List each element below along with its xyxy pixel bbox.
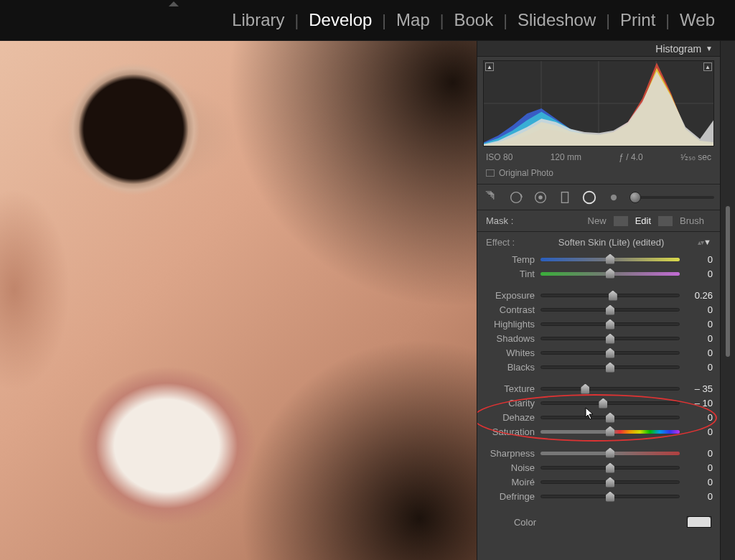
slider-track[interactable] (540, 337, 680, 340)
effect-row[interactable]: Effect : Soften Skin (Lite) (edited) ▴▾ … (477, 232, 720, 252)
module-web[interactable]: Web (670, 10, 725, 30)
slider-track[interactable] (540, 272, 680, 276)
slider-knob[interactable] (606, 334, 614, 344)
slider-value[interactable]: 0 (683, 333, 713, 344)
checkbox-icon[interactable] (486, 169, 495, 177)
histogram[interactable]: ▲ ▲ (483, 60, 714, 146)
mask-mode-brush[interactable]: Brush (673, 215, 711, 226)
slider-value[interactable]: 0 (683, 304, 713, 315)
slider-knob[interactable] (606, 348, 614, 358)
slider-dehaze[interactable]: Dehaze0 (484, 410, 713, 424)
mask-mode-new[interactable]: New (581, 215, 614, 226)
slider-knob[interactable] (581, 384, 589, 394)
slider-track[interactable] (540, 452, 680, 455)
module-print[interactable]: Print (610, 10, 665, 30)
slider-knob[interactable] (606, 305, 614, 315)
slider-whites[interactable]: Whites0 (484, 345, 713, 360)
slider-value[interactable]: 0 (683, 362, 713, 373)
slider-texture[interactable]: Texture– 35 (484, 381, 713, 396)
slider-value[interactable]: 0 (683, 426, 713, 437)
slider-track[interactable] (540, 387, 680, 391)
slider-track[interactable] (540, 308, 680, 312)
slider-track[interactable] (540, 294, 680, 297)
histogram-header[interactable]: Histogram ▼ (477, 41, 720, 57)
module-develop[interactable]: Develop (299, 10, 382, 30)
slider-blacks[interactable]: Blacks0 (484, 360, 713, 374)
slider-track[interactable] (540, 401, 680, 405)
grad-filter-icon[interactable] (556, 189, 574, 206)
slider-moire[interactable]: Moiré0 (484, 475, 713, 489)
slider-knob[interactable] (606, 413, 614, 423)
slider-defringe[interactable]: Defringe0 (484, 489, 713, 503)
slider-value[interactable]: 0 (683, 347, 713, 358)
slider-label: Sharpness (484, 448, 538, 459)
effect-value[interactable]: Soften Skin (Lite) (edited) (529, 237, 693, 248)
slider-knob[interactable] (606, 463, 614, 473)
slider-tint[interactable]: Tint0 (484, 266, 713, 281)
crop-tool-icon[interactable] (483, 189, 500, 206)
slider-knob[interactable] (606, 254, 614, 264)
slider-highlights[interactable]: Highlights0 (484, 317, 713, 331)
original-photo-row[interactable]: Original Photo (477, 165, 720, 185)
slider-track[interactable] (540, 351, 680, 355)
slider-saturation[interactable]: Saturation0 (484, 424, 713, 439)
panel-scrollbar[interactable] (721, 41, 735, 560)
slider-value[interactable]: – 10 (683, 398, 713, 409)
module-map[interactable]: Map (386, 10, 440, 30)
slider-knob[interactable] (629, 192, 641, 203)
module-book[interactable]: Book (444, 10, 503, 30)
histogram-title: Histogram (655, 43, 701, 55)
slider-track[interactable] (540, 416, 680, 419)
slider-track[interactable] (540, 365, 680, 369)
exif-iso: ISO 80 (486, 152, 512, 162)
slider-knob[interactable] (606, 492, 614, 502)
slider-track[interactable] (540, 322, 680, 326)
slider-track[interactable] (540, 466, 680, 470)
sliders-group: Temp0Tint0Exposure0.26Contrast0Highlight… (477, 252, 720, 510)
slider-value[interactable]: 0 (683, 319, 713, 330)
slider-temp[interactable]: Temp0 (484, 252, 713, 266)
slider-knob[interactable] (606, 477, 614, 487)
slider-value[interactable]: 0 (683, 462, 713, 473)
slider-knob[interactable] (606, 363, 614, 373)
slider-value[interactable]: 0 (683, 477, 713, 487)
slider-track[interactable] (540, 258, 680, 261)
slider-track[interactable] (540, 495, 680, 498)
module-library[interactable]: Library (222, 10, 294, 30)
spot-heal-icon[interactable] (507, 189, 525, 206)
redeye-icon[interactable] (532, 189, 549, 206)
slider-shadows[interactable]: Shadows0 (484, 331, 713, 345)
slider-knob[interactable] (606, 426, 614, 437)
mask-mode-edit[interactable]: Edit (628, 215, 658, 226)
slider-knob[interactable] (606, 448, 614, 458)
radial-filter-icon[interactable] (581, 189, 598, 206)
module-slideshow[interactable]: Slideshow (507, 10, 606, 30)
slider-sharpness[interactable]: Sharpness0 (484, 446, 713, 460)
slider-value[interactable]: 0 (683, 448, 713, 459)
slider-value[interactable]: 0 (683, 254, 713, 265)
slider-track[interactable] (540, 430, 680, 434)
slider-knob[interactable] (606, 319, 614, 330)
brush-size-slider[interactable] (635, 196, 714, 199)
scrollbar-thumb[interactable] (726, 206, 730, 357)
slider-value[interactable]: 0.26 (683, 290, 713, 301)
disclosure-icon[interactable]: ▼ (703, 238, 711, 246)
slider-exposure[interactable]: Exposure0.26 (484, 288, 713, 302)
slider-noise[interactable]: Noise0 (484, 460, 713, 475)
slider-knob[interactable] (609, 291, 617, 301)
chevron-up-icon[interactable] (169, 1, 179, 6)
slider-knob[interactable] (606, 269, 614, 279)
photo-canvas[interactable] (0, 41, 477, 560)
slider-value[interactable]: – 35 (683, 383, 713, 394)
brush-size-dot-icon[interactable] (605, 189, 622, 206)
slider-value[interactable]: 0 (683, 269, 713, 279)
slider-knob[interactable] (599, 398, 607, 409)
slider-track[interactable] (540, 480, 680, 484)
slider-value[interactable]: 0 (683, 412, 713, 423)
slider-value[interactable]: 0 (683, 491, 713, 502)
color-row[interactable]: Color (477, 510, 720, 535)
slider-contrast[interactable]: Contrast0 (484, 302, 713, 317)
stepper-icon[interactable]: ▴▾ (698, 238, 703, 246)
slider-clarity[interactable]: Clarity– 10 (484, 396, 713, 410)
color-swatch-icon[interactable] (687, 516, 711, 528)
